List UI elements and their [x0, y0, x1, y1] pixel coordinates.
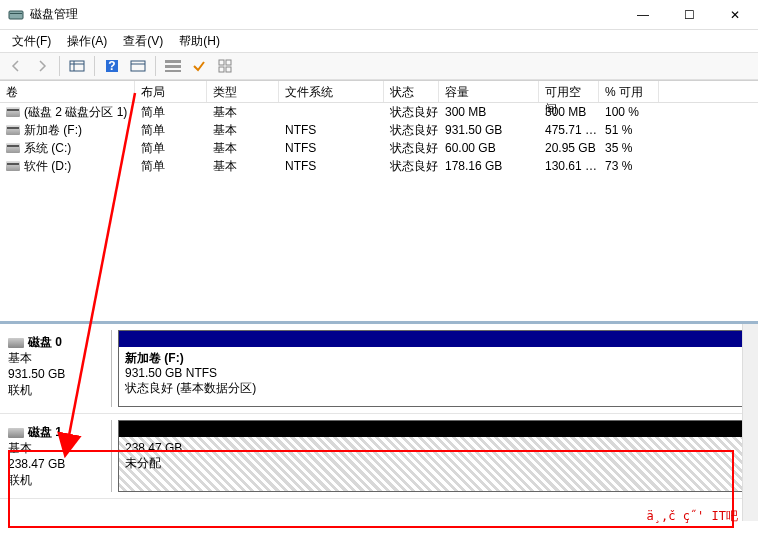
col-free[interactable]: 可用空间 [539, 81, 599, 102]
check-button[interactable] [187, 55, 211, 77]
vertical-scrollbar[interactable] [742, 324, 758, 521]
partition-size: 238.47 GB [125, 441, 743, 456]
col-percent[interactable]: % 可用 [599, 81, 659, 102]
col-status[interactable]: 状态 [384, 81, 439, 102]
partition-status: 未分配 [125, 456, 743, 471]
disk-graphical-view: 磁盘 0 基本 931.50 GB 联机 新加卷 (F:) 931.50 GB … [0, 321, 758, 521]
partition-header [119, 331, 749, 347]
grid-button[interactable] [213, 55, 237, 77]
help-button[interactable]: ? [100, 55, 124, 77]
svg-text:?: ? [108, 59, 115, 73]
list-button[interactable] [161, 55, 185, 77]
svg-rect-11 [165, 70, 181, 72]
partition-status: 状态良好 (基本数据分区) [125, 381, 743, 396]
col-filesystem[interactable]: 文件系统 [279, 81, 384, 102]
partition-title: 新加卷 (F:) [125, 351, 743, 366]
menu-file[interactable]: 文件(F) [4, 31, 59, 52]
menu-view[interactable]: 查看(V) [115, 31, 171, 52]
close-button[interactable]: ✕ [712, 0, 758, 30]
maximize-button[interactable]: ☐ [666, 0, 712, 30]
disk-1-info: 磁盘 1 基本 238.47 GB 联机 [0, 420, 112, 492]
forward-button [30, 55, 54, 77]
svg-rect-13 [226, 60, 231, 65]
disk-icon [8, 428, 24, 438]
disk-icon [8, 338, 24, 348]
window-title: 磁盘管理 [30, 6, 620, 23]
table-row[interactable]: 软件 (D:)简单基本NTFS状态良好 (…178.16 GB130.61 …7… [0, 157, 758, 175]
disk-1-row[interactable]: 磁盘 1 基本 238.47 GB 联机 238.47 GB 未分配 [0, 414, 758, 499]
table-body: (磁盘 2 磁盘分区 1)简单基本状态良好 (…300 MB300 MB100 … [0, 103, 758, 321]
col-layout[interactable]: 布局 [135, 81, 207, 102]
menu-help[interactable]: 帮助(H) [171, 31, 228, 52]
disk-0-info: 磁盘 0 基本 931.50 GB 联机 [0, 330, 112, 407]
partition-header [119, 421, 749, 437]
svg-rect-0 [9, 11, 23, 19]
svg-rect-9 [165, 60, 181, 63]
settings-button[interactable] [126, 55, 150, 77]
table-header: 卷 布局 类型 文件系统 状态 容量 可用空间 % 可用 [0, 81, 758, 103]
svg-rect-2 [70, 61, 84, 71]
col-capacity[interactable]: 容量 [439, 81, 539, 102]
watermark: ä¸‚č ç˝' IT吧 [647, 508, 738, 525]
svg-rect-1 [10, 13, 22, 14]
col-volume[interactable]: 卷 [0, 81, 135, 102]
svg-rect-14 [219, 67, 224, 72]
svg-rect-10 [165, 65, 181, 68]
menu-action[interactable]: 操作(A) [59, 31, 115, 52]
volume-table: 卷 布局 类型 文件系统 状态 容量 可用空间 % 可用 (磁盘 2 磁盘分区 … [0, 80, 758, 321]
toolbar: ? [0, 52, 758, 80]
svg-rect-12 [219, 60, 224, 65]
table-row[interactable]: 系统 (C:)简单基本NTFS状态良好 (…60.00 GB20.95 GB35… [0, 139, 758, 157]
menubar: 文件(F) 操作(A) 查看(V) 帮助(H) [0, 30, 758, 52]
app-icon [8, 7, 24, 23]
minimize-button[interactable]: — [620, 0, 666, 30]
table-row[interactable]: 新加卷 (F:)简单基本NTFS状态良好 (…931.50 GB475.71 …… [0, 121, 758, 139]
disk-0-row[interactable]: 磁盘 0 基本 931.50 GB 联机 新加卷 (F:) 931.50 GB … [0, 324, 758, 414]
disk-0-partition[interactable]: 新加卷 (F:) 931.50 GB NTFS 状态良好 (基本数据分区) [118, 330, 750, 407]
view-button[interactable] [65, 55, 89, 77]
disk-1-partition-unallocated[interactable]: 238.47 GB 未分配 [118, 420, 750, 492]
partition-size: 931.50 GB NTFS [125, 366, 743, 381]
back-button [4, 55, 28, 77]
table-row[interactable]: (磁盘 2 磁盘分区 1)简单基本状态良好 (…300 MB300 MB100 … [0, 103, 758, 121]
svg-rect-15 [226, 67, 231, 72]
titlebar: 磁盘管理 — ☐ ✕ [0, 0, 758, 30]
col-type[interactable]: 类型 [207, 81, 279, 102]
svg-rect-7 [131, 61, 145, 71]
